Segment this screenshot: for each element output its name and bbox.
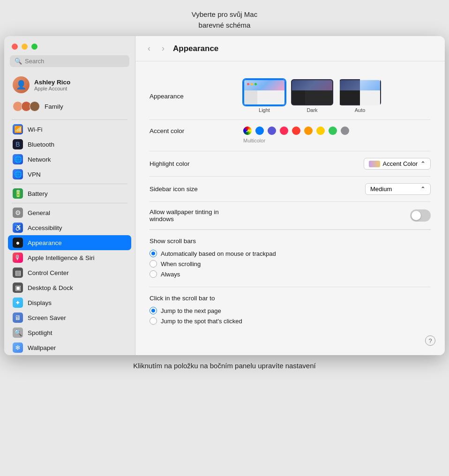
click-scroll-radio-next[interactable] — [150, 307, 157, 314]
family-avatars — [13, 101, 40, 112]
sidebar-item-displays-label: Displays — [28, 299, 52, 306]
appearance-option-auto[interactable]: Auto — [339, 79, 381, 113]
thumb-auto-bar-right — [360, 80, 380, 90]
scroll-bars-title: Show scroll bars — [150, 238, 431, 245]
sidebar-item-wifi[interactable]: 📶 Wi-Fi — [8, 122, 131, 137]
accent-color-control — [243, 126, 431, 135]
sidebar-divider-3 — [12, 203, 127, 203]
sidebar-item-displays[interactable]: ✦ Displays — [8, 295, 131, 310]
sidebar-item-siri-label: Apple Intelligence & Siri — [28, 254, 95, 261]
minimize-button[interactable] — [22, 44, 28, 50]
user-subtitle: Apple Account — [34, 86, 70, 91]
help-button[interactable]: ? — [425, 335, 435, 346]
scroll-bars-radio-auto[interactable] — [150, 250, 157, 257]
thumb-auto-content-right — [360, 90, 380, 104]
scroll-bars-option-always[interactable]: Always — [150, 269, 431, 279]
sidebar-item-network[interactable]: 🌐 Network — [8, 152, 131, 167]
highlight-color-control: Accent Color ⌃ — [243, 158, 431, 170]
highlight-color-label: Highlight color — [150, 160, 243, 167]
accessibility-icon: ♿ — [13, 223, 23, 233]
sidebar-item-bluetooth-label: Bluetooth — [28, 141, 54, 148]
thumb-sidebar-light — [244, 90, 257, 104]
user-section[interactable]: 👤 Ashley Rico Apple Account — [8, 73, 131, 97]
sidebar-network-section: 📶 Wi-Fi B Bluetooth 🌐 Network 🌐 VPN — [4, 122, 135, 182]
forward-button[interactable]: › — [159, 43, 167, 54]
sidebar-item-family[interactable]: Family — [8, 99, 131, 114]
sidebar-item-siri[interactable]: 🎙 Apple Intelligence & Siri — [8, 250, 131, 265]
sidebar-item-appearance[interactable]: ● Appearance — [8, 235, 131, 250]
sidebar-item-control-label: Control Center — [28, 269, 69, 276]
scroll-bars-option-auto[interactable]: Automatically based on mouse or trackpad — [150, 248, 431, 259]
accent-dot-green[interactable] — [329, 126, 337, 135]
search-input[interactable] — [25, 58, 125, 65]
scroll-bars-radio-always[interactable] — [150, 270, 157, 278]
click-scroll-radio-spot[interactable] — [150, 317, 157, 325]
sidebar-item-general[interactable]: ⚙ General — [8, 205, 131, 220]
appearance-options-control: Light Dark — [243, 79, 431, 113]
back-button[interactable]: ‹ — [145, 43, 153, 54]
highlight-color-value: Accent Color — [383, 160, 418, 167]
accent-dot-blue[interactable] — [255, 126, 264, 135]
network-icon: 🌐 — [13, 154, 23, 164]
appearance-row: Appearance — [150, 73, 431, 120]
accent-dot-graphite[interactable] — [341, 126, 349, 135]
thumb-dark-bar — [292, 80, 332, 90]
sidebar-item-accessibility-label: Accessibility — [28, 224, 62, 231]
accent-dot-orange[interactable] — [304, 126, 313, 135]
sidebar-item-screensaver-label: Screen Saver — [28, 314, 66, 321]
scroll-bars-radio-scrolling[interactable] — [150, 260, 157, 268]
sidebar-item-spotlight[interactable]: 🔍 Spotlight — [8, 325, 131, 340]
general-icon: ⚙ — [13, 208, 23, 218]
click-scroll-option-spot[interactable]: Jump to the spot that's clicked — [150, 316, 431, 326]
sidebar-divider-2 — [12, 184, 127, 184]
sidebar-item-control[interactable]: ▤ Control Center — [8, 265, 131, 280]
accent-dot-pink[interactable] — [280, 126, 288, 135]
accent-dot-purple[interactable] — [268, 126, 276, 135]
sidebar-item-bluetooth[interactable]: B Bluetooth — [8, 137, 131, 152]
sidebar-icon-size-value: Medium — [370, 186, 392, 193]
highlight-color-dropdown[interactable]: Accent Color ⌃ — [364, 158, 431, 170]
accent-dot-multicolor[interactable] — [243, 126, 252, 135]
sidebar-icon-size-dropdown[interactable]: Medium ⌃ — [365, 183, 431, 195]
screensaver-icon: 🖥 — [13, 312, 23, 323]
appearance-option-light-label: Light — [259, 107, 270, 113]
sidebar-item-battery[interactable]: 🔋 Battery — [8, 186, 131, 201]
appearance-thumbnail-auto[interactable] — [339, 79, 381, 105]
annotation-top: Vyberte pro svůj Mac barevné schéma — [192, 9, 257, 30]
sidebar-item-screensaver[interactable]: 🖥 Screen Saver — [8, 310, 131, 325]
scroll-bars-option-scrolling[interactable]: When scrolling — [150, 259, 431, 269]
accent-dot-yellow[interactable] — [316, 126, 325, 135]
control-icon: ▤ — [13, 268, 23, 278]
click-scroll-option-next[interactable]: Jump to the next page — [150, 305, 431, 316]
search-icon: 🔍 — [15, 58, 22, 65]
sidebar-item-appearance-label: Appearance — [28, 239, 62, 246]
wallpaper-tinting-toggle[interactable] — [410, 209, 431, 222]
click-scroll-label-next: Jump to the next page — [161, 307, 221, 314]
close-button[interactable] — [12, 44, 18, 50]
appearance-thumbnail-light[interactable] — [243, 79, 285, 105]
highlight-color-row: Highlight color Accent Color ⌃ — [150, 151, 431, 177]
toggle-knob — [412, 211, 421, 220]
appearance-thumbnail-dark[interactable] — [291, 79, 333, 105]
appearance-row-label: Appearance — [150, 93, 243, 100]
scroll-bars-label-always: Always — [161, 271, 180, 278]
avatar: 👤 — [13, 76, 30, 93]
search-bar[interactable]: 🔍 — [10, 55, 129, 67]
accent-dot-red[interactable] — [292, 126, 300, 135]
toolbar: ‹ › Appearance — [135, 36, 445, 61]
main-content: ‹ › Appearance Appearance — [135, 36, 445, 355]
sidebar-item-spotlight-label: Spotlight — [28, 329, 52, 336]
sidebar-item-desktop[interactable]: ▣ Desktop & Dock — [8, 280, 131, 295]
thumb-light-dots — [247, 83, 257, 85]
traffic-lights — [4, 36, 135, 55]
appearance-icon: ● — [13, 238, 23, 248]
sidebar-item-accessibility[interactable]: ♿ Accessibility — [8, 220, 131, 235]
appearance-option-dark[interactable]: Dark — [291, 79, 333, 113]
sidebar-item-wallpaper[interactable]: ❄ Wallpaper — [8, 340, 131, 355]
maximize-button[interactable] — [31, 44, 37, 50]
content-area: Appearance — [135, 61, 445, 355]
appearance-option-dark-label: Dark — [307, 107, 317, 113]
sidebar-item-vpn[interactable]: 🌐 VPN — [8, 167, 131, 182]
battery-icon: 🔋 — [13, 188, 23, 199]
appearance-option-light[interactable]: Light — [243, 79, 285, 113]
